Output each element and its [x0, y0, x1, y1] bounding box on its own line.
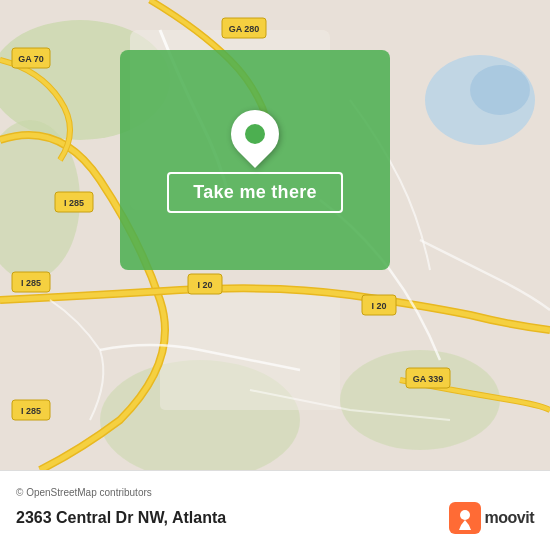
pin-outer [221, 100, 289, 168]
moovit-logo: moovit [449, 502, 534, 534]
svg-text:I 20: I 20 [371, 301, 386, 311]
app: GA 70 GA 280 I 285 I 285 I 285 I 20 I 20… [0, 0, 550, 550]
moovit-icon [449, 502, 481, 534]
pin-inner [245, 124, 265, 144]
svg-point-26 [460, 510, 470, 520]
svg-text:I 285: I 285 [21, 406, 41, 416]
address-row: 2363 Central Dr NW, Atlanta moovit [16, 502, 534, 534]
moovit-text: moovit [485, 509, 534, 527]
svg-point-4 [340, 350, 500, 450]
svg-text:GA 70: GA 70 [18, 54, 44, 64]
take-me-there-button[interactable]: Take me there [167, 172, 343, 213]
svg-text:GA 280: GA 280 [229, 24, 260, 34]
svg-text:I 20: I 20 [197, 280, 212, 290]
attribution: © OpenStreetMap contributors [16, 487, 534, 498]
location-pin [229, 108, 281, 160]
bottom-bar: © OpenStreetMap contributors 2363 Centra… [0, 470, 550, 550]
svg-text:I 285: I 285 [64, 198, 84, 208]
svg-point-6 [470, 65, 530, 115]
svg-text:I 285: I 285 [21, 278, 41, 288]
map-overlay-card: Take me there [120, 50, 390, 270]
map-container: GA 70 GA 280 I 285 I 285 I 285 I 20 I 20… [0, 0, 550, 470]
svg-text:GA 339: GA 339 [413, 374, 444, 384]
svg-rect-8 [160, 290, 340, 410]
address-text: 2363 Central Dr NW, Atlanta [16, 509, 226, 527]
